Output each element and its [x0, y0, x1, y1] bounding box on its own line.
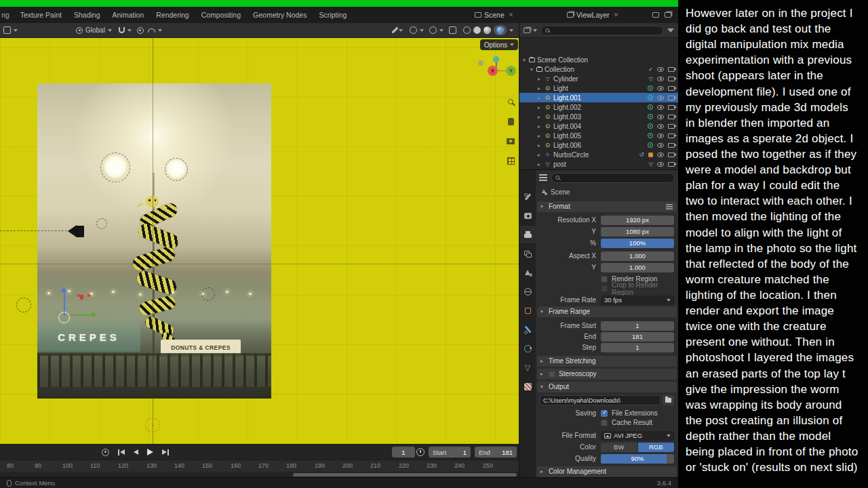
properties-editor-icon[interactable]	[539, 174, 547, 181]
outliner-item-label[interactable]: post	[553, 161, 566, 168]
scene-browse-icon[interactable]	[475, 12, 481, 18]
nav-axis-x-ball[interactable]: X	[488, 66, 498, 76]
outliner-item-label[interactable]: Light.005	[553, 132, 581, 140]
outliner-row[interactable]: ▸ ⊙ Light.005	[519, 131, 678, 140]
viewport-canvas[interactable]: CREPES DONUTS & CREPES X Y	[0, 38, 519, 444]
panel-header-output[interactable]: Output	[537, 382, 677, 392]
proportional-editing-toggle[interactable]	[137, 27, 144, 34]
tab-modifiers[interactable]	[519, 321, 536, 338]
gizmo-red-handle[interactable]	[77, 294, 80, 297]
panel-header-color-management[interactable]: Color Management	[537, 466, 677, 477]
workspace-tab-rendering[interactable]: Rendering	[150, 7, 195, 23]
outliner-row[interactable]: ▾ Scene Collection	[519, 55, 678, 64]
outliner-search-input[interactable]	[541, 26, 663, 35]
outliner-row[interactable]: ▸ ⊙ Light.004	[519, 121, 678, 131]
tab-view-layer[interactable]	[519, 245, 536, 262]
outliner-item-label[interactable]: Light.003	[553, 113, 581, 121]
timeline-ruler[interactable]: 80 90 100 110 120 130 140 150 160 170 18…	[0, 460, 519, 472]
shading-wireframe-button[interactable]	[463, 26, 471, 34]
gizmo-x-axis[interactable]	[68, 314, 92, 316]
show-overlays-toggle[interactable]	[429, 26, 443, 34]
tab-render[interactable]	[519, 207, 536, 224]
scene-selector-label[interactable]: Scene	[484, 11, 505, 19]
tab-object-data[interactable]: ▽	[519, 359, 536, 376]
aspect-y-field[interactable]: 1.000	[601, 263, 674, 272]
camera-visibility-icon[interactable]	[668, 152, 675, 157]
light-empty[interactable]	[100, 152, 130, 182]
camera-visibility-icon[interactable]	[668, 105, 675, 110]
file-extensions-checkbox[interactable]	[601, 410, 608, 417]
outliner-row[interactable]: ▸ ○ NurbsCircle ↺	[519, 150, 678, 159]
gizmo-red-handle[interactable]	[87, 294, 90, 297]
view-layer-selector[interactable]: ViewLayer ✕	[567, 7, 618, 23]
annotate-dropdown[interactable]	[394, 26, 403, 34]
frame-rate-dropdown[interactable]: 30 fps	[601, 296, 674, 305]
outliner-row[interactable]: ▸ ▽ Cylinder ▽	[519, 74, 678, 83]
scene-selector[interactable]: Scene ✕	[475, 7, 513, 23]
resolution-y-field[interactable]: 1080 px	[601, 227, 674, 237]
outliner-item-label[interactable]: Light.001	[553, 94, 581, 102]
gizmo-center-ring[interactable]	[58, 312, 70, 323]
expand-arrow[interactable]: ▾	[521, 57, 528, 63]
workspace-tab-texture-paint[interactable]: Texture Paint	[14, 7, 68, 23]
resolution-percent-slider[interactable]: 100%	[601, 239, 674, 248]
tab-scene[interactable]	[519, 264, 536, 281]
outliner-item-label[interactable]: NurbsCircle	[553, 151, 589, 159]
ortho-toggle-button[interactable]	[505, 155, 517, 167]
proportional-falloff-dropdown[interactable]	[148, 28, 162, 33]
eye-icon[interactable]	[657, 86, 664, 91]
eye-icon[interactable]	[657, 124, 664, 129]
light-empty[interactable]	[201, 287, 215, 301]
stereoscopy-checkbox[interactable]	[549, 371, 555, 378]
expand-arrow[interactable]: ▸	[536, 133, 542, 139]
eye-icon[interactable]	[657, 105, 664, 110]
shading-dropdown-caret[interactable]	[509, 29, 513, 32]
light-empty[interactable]	[96, 218, 107, 229]
expand-arrow[interactable]: ▸	[536, 123, 542, 129]
color-rgb-button[interactable]: RGB	[638, 443, 675, 452]
eye-icon[interactable]	[657, 67, 664, 72]
tab-output-active[interactable]	[519, 226, 536, 243]
eye-icon[interactable]	[657, 96, 664, 100]
tab-world[interactable]	[519, 283, 536, 300]
properties-search-input[interactable]	[551, 173, 675, 183]
new-scene-button[interactable]	[652, 7, 659, 23]
expand-arrow[interactable]: ▸	[536, 95, 542, 101]
outliner-row[interactable]: ▸ ⊙ Light.003	[519, 112, 678, 121]
transform-orientation-dropdown[interactable]: Global	[76, 26, 112, 34]
workspace-tab-shading[interactable]: Shading	[68, 7, 106, 23]
outliner-item-label[interactable]: Light.006	[553, 142, 581, 149]
collection-checkbox[interactable]	[648, 66, 653, 73]
outliner-row[interactable]: ▾ Collection	[519, 64, 678, 74]
camera-object-body[interactable]	[76, 226, 84, 237]
browse-folder-button[interactable]	[663, 395, 674, 405]
light-empty[interactable]	[165, 158, 188, 181]
eye-icon[interactable]	[657, 152, 664, 157]
filter-icon[interactable]	[667, 28, 674, 33]
frame-end-field[interactable]: 181	[601, 332, 674, 342]
crop-render-region-checkbox[interactable]	[601, 285, 608, 292]
snap-toggle[interactable]	[119, 27, 132, 33]
tab-physics[interactable]	[519, 340, 536, 357]
expand-arrow[interactable]: ▸	[536, 152, 542, 158]
panel-header-frame-range[interactable]: Frame Range	[537, 306, 677, 317]
current-frame-field[interactable]: 1	[392, 447, 415, 458]
nav-axis-dot[interactable]	[478, 60, 484, 66]
editor-type-dropdown[interactable]	[3, 26, 18, 34]
new-view-layer-button[interactable]	[665, 7, 671, 23]
workspace-tab-compositing[interactable]: Compositing	[195, 7, 247, 23]
panel-header-format[interactable]: Format	[537, 201, 677, 212]
expand-arrow[interactable]: ▸	[536, 142, 542, 148]
render-region-checkbox[interactable]	[601, 276, 608, 283]
eye-icon[interactable]	[657, 115, 664, 119]
eye-icon[interactable]	[657, 162, 664, 167]
backdrop-photo-object[interactable]: CREPES DONUTS & CREPES	[37, 83, 271, 399]
quality-slider[interactable]: 90%	[601, 454, 674, 464]
camera-visibility-icon[interactable]	[668, 143, 675, 148]
auto-keyframe-button[interactable]	[102, 449, 109, 456]
breadcrumb-label[interactable]: Scene	[551, 188, 570, 196]
frame-start-field[interactable]: Start1	[429, 447, 471, 458]
move-view-button[interactable]	[505, 115, 517, 127]
resolution-x-field[interactable]: 1920 px	[601, 216, 674, 225]
camera-visibility-icon[interactable]	[668, 134, 675, 138]
